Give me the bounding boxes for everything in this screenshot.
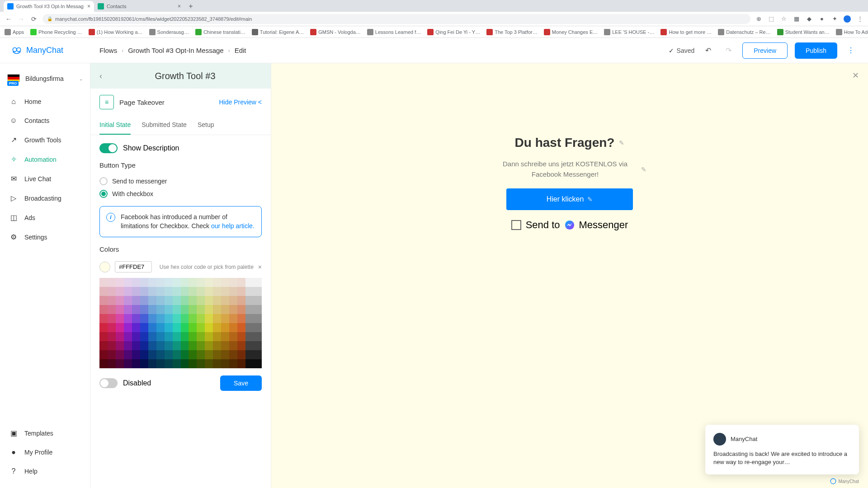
- palette-swatch[interactable]: [221, 332, 229, 341]
- palette-swatch[interactable]: [254, 332, 262, 341]
- close-icon[interactable]: ×: [87, 3, 90, 9]
- palette-swatch[interactable]: [213, 314, 221, 323]
- palette-swatch[interactable]: [205, 278, 213, 287]
- palette-swatch[interactable]: [254, 296, 262, 305]
- palette-swatch[interactable]: [189, 278, 197, 287]
- palette-swatch[interactable]: [197, 341, 205, 350]
- sidebar-item-broadcasting[interactable]: ▷Broadcasting: [0, 188, 90, 208]
- palette-swatch[interactable]: [205, 305, 213, 314]
- palette-swatch[interactable]: [237, 296, 245, 305]
- sidebar-item-ads[interactable]: ◫Ads: [0, 208, 90, 227]
- palette-swatch[interactable]: [173, 305, 181, 314]
- bookmark-item[interactable]: (1) How Working a…: [89, 29, 143, 35]
- palette-swatch[interactable]: [213, 287, 221, 296]
- palette-swatch[interactable]: [205, 323, 213, 332]
- palette-swatch[interactable]: [237, 323, 245, 332]
- palette-swatch[interactable]: [205, 287, 213, 296]
- palette-swatch[interactable]: [132, 323, 140, 332]
- palette-swatch[interactable]: [229, 287, 237, 296]
- palette-swatch[interactable]: [116, 287, 124, 296]
- palette-swatch[interactable]: [116, 305, 124, 314]
- palette-swatch[interactable]: [181, 278, 189, 287]
- reload-button[interactable]: ⟳: [30, 15, 38, 23]
- palette-swatch[interactable]: [254, 323, 262, 332]
- sidebar-item-live-chat[interactable]: ✉Live Chat: [0, 169, 90, 188]
- palette-swatch[interactable]: [156, 323, 165, 332]
- palette-swatch[interactable]: [148, 359, 156, 368]
- palette-swatch[interactable]: [132, 341, 140, 350]
- color-swatch[interactable]: [99, 262, 110, 272]
- palette-swatch[interactable]: [237, 287, 245, 296]
- palette-swatch[interactable]: [173, 332, 181, 341]
- bookmark-item[interactable]: Datenschutz – Re…: [718, 29, 770, 35]
- bookmark-item[interactable]: GMSN - Vologda…: [310, 29, 361, 35]
- palette-swatch[interactable]: [173, 314, 181, 323]
- palette-swatch[interactable]: [245, 296, 254, 305]
- sidebar-item-growth-tools[interactable]: ↗Growth Tools: [0, 130, 90, 150]
- palette-swatch[interactable]: [197, 305, 205, 314]
- palette-swatch[interactable]: [140, 287, 148, 296]
- palette-swatch[interactable]: [245, 278, 254, 287]
- radio-send-to-messenger[interactable]: Send to messenger: [99, 177, 262, 185]
- save-button[interactable]: Save: [220, 375, 262, 391]
- palette-swatch[interactable]: [116, 296, 124, 305]
- bookmark-item[interactable]: Money Changes E…: [544, 29, 598, 35]
- palette-swatch[interactable]: [189, 323, 197, 332]
- url-input[interactable]: 🔒 manychat.com/fb198150208192061/cms/fil…: [42, 14, 750, 24]
- palette-swatch[interactable]: [245, 341, 254, 350]
- palette-swatch[interactable]: [205, 332, 213, 341]
- palette-swatch[interactable]: [156, 359, 165, 368]
- palette-swatch[interactable]: [197, 314, 205, 323]
- palette-swatch[interactable]: [237, 359, 245, 368]
- palette-swatch[interactable]: [173, 323, 181, 332]
- palette-swatch[interactable]: [181, 323, 189, 332]
- palette-swatch[interactable]: [99, 323, 108, 332]
- palette-swatch[interactable]: [229, 341, 237, 350]
- color-palette[interactable]: [99, 278, 262, 368]
- palette-swatch[interactable]: [124, 332, 132, 341]
- palette-swatch[interactable]: [197, 359, 205, 368]
- palette-swatch[interactable]: [108, 287, 116, 296]
- palette-swatch[interactable]: [140, 314, 148, 323]
- preview-button[interactable]: Preview: [742, 42, 788, 59]
- palette-swatch[interactable]: [108, 332, 116, 341]
- palette-swatch[interactable]: [189, 350, 197, 359]
- palette-swatch[interactable]: [140, 332, 148, 341]
- palette-swatch[interactable]: [181, 359, 189, 368]
- palette-swatch[interactable]: [245, 314, 254, 323]
- palette-swatch[interactable]: [221, 359, 229, 368]
- palette-swatch[interactable]: [165, 305, 173, 314]
- palette-swatch[interactable]: [237, 278, 245, 287]
- palette-swatch[interactable]: [165, 341, 173, 350]
- palette-swatch[interactable]: [221, 287, 229, 296]
- palette-swatch[interactable]: [165, 332, 173, 341]
- palette-swatch[interactable]: [99, 332, 108, 341]
- palette-swatch[interactable]: [197, 323, 205, 332]
- palette-swatch[interactable]: [237, 350, 245, 359]
- palette-swatch[interactable]: [108, 359, 116, 368]
- palette-swatch[interactable]: [254, 350, 262, 359]
- palette-swatch[interactable]: [237, 332, 245, 341]
- palette-swatch[interactable]: [245, 332, 254, 341]
- palette-swatch[interactable]: [213, 332, 221, 341]
- palette-swatch[interactable]: [148, 296, 156, 305]
- palette-swatch[interactable]: [124, 341, 132, 350]
- browser-tab[interactable]: Contacts ×: [94, 1, 184, 12]
- palette-swatch[interactable]: [181, 305, 189, 314]
- palette-swatch[interactable]: [229, 350, 237, 359]
- tab-initial-state[interactable]: Initial State: [99, 116, 131, 135]
- bookmark-item[interactable]: Qing Fei De Yi - Y…: [427, 29, 480, 35]
- palette-swatch[interactable]: [132, 359, 140, 368]
- palette-swatch[interactable]: [221, 314, 229, 323]
- palette-swatch[interactable]: [132, 350, 140, 359]
- palette-swatch[interactable]: [229, 323, 237, 332]
- palette-swatch[interactable]: [148, 287, 156, 296]
- palette-swatch[interactable]: [221, 305, 229, 314]
- palette-swatch[interactable]: [173, 296, 181, 305]
- palette-swatch[interactable]: [116, 332, 124, 341]
- palette-swatch[interactable]: [132, 305, 140, 314]
- palette-swatch[interactable]: [205, 341, 213, 350]
- palette-swatch[interactable]: [181, 296, 189, 305]
- new-tab-button[interactable]: +: [184, 1, 197, 12]
- palette-swatch[interactable]: [229, 296, 237, 305]
